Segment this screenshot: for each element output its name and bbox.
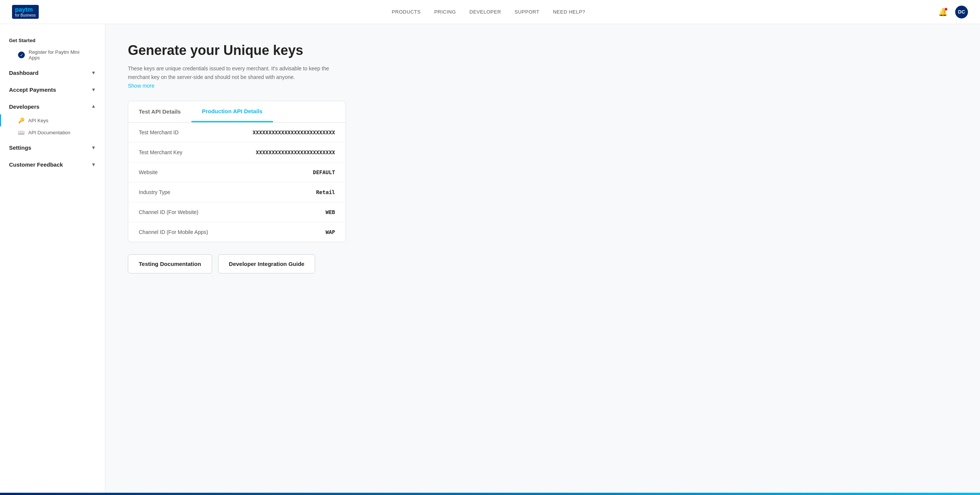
tab-production-api[interactable]: Production API Details [191, 101, 273, 122]
nav-links: PRODUCTS PRICING DEVELOPER SUPPORT NEED … [392, 9, 585, 15]
book-icon: 📖 [18, 129, 24, 135]
api-details-table: Test Merchant ID XXXXXXXXXXXXXXXXXXXXXXX… [128, 123, 345, 242]
table-row: Industry Type Retail [128, 182, 345, 202]
sidebar-accept-payments-label: Accept Payments [9, 86, 56, 93]
row-label-merchant-id: Test Merchant ID [128, 123, 226, 143]
page-title: Generate your Unique keys [128, 42, 958, 58]
developer-integration-guide-button[interactable]: Developer Integration Guide [218, 254, 315, 274]
testing-documentation-button[interactable]: Testing Documentation [128, 254, 212, 274]
sidebar-dashboard-header[interactable]: Dashboard ▼ [0, 65, 105, 81]
documentation-buttons: Testing Documentation Developer Integrat… [128, 254, 958, 274]
sidebar-settings-header[interactable]: Settings ▼ [0, 140, 105, 155]
nav-developer[interactable]: DEVELOPER [469, 9, 501, 15]
customer-feedback-chevron-icon: ▼ [91, 162, 96, 167]
sidebar-item-api-documentation[interactable]: 📖 API Documentation [0, 126, 105, 138]
page-description: These keys are unique credentials issued… [128, 64, 339, 81]
tab-bar: Test API Details Production API Details [128, 101, 345, 123]
sidebar-get-started-section: Get Started ✓ Register for Paytm Mini Ap… [0, 33, 105, 65]
sidebar-developers-section: Developers ▼ 🔑 API Keys 📖 API Documentat… [0, 99, 105, 138]
nav-need-help[interactable]: NEED HELP? [553, 9, 585, 15]
sidebar-api-keys-label: API Keys [28, 118, 48, 123]
row-value-industry-type: Retail [226, 182, 345, 202]
row-value-channel-website: WEB [226, 202, 345, 222]
main-content: Generate your Unique keys These keys are… [105, 24, 980, 495]
notification-dot [944, 8, 948, 11]
logo[interactable]: paytm for Business [12, 5, 39, 19]
sidebar-customer-feedback-label: Customer Feedback [9, 161, 63, 168]
table-row: Channel ID (For Mobile Apps) WAP [128, 222, 345, 242]
show-more-button[interactable]: Show more [128, 83, 154, 89]
accept-payments-chevron-icon: ▼ [91, 87, 96, 92]
table-row: Channel ID (For Website) WEB [128, 202, 345, 222]
sidebar-developers-label: Developers [9, 103, 40, 110]
notification-button[interactable]: 🔔 [938, 8, 948, 16]
user-avatar-button[interactable]: DC [955, 6, 968, 18]
tab-test-api[interactable]: Test API Details [128, 101, 191, 122]
row-value-channel-mobile: WAP [226, 222, 345, 242]
topnav-right: 🔔 DC [938, 6, 968, 18]
row-label-channel-website: Channel ID (For Website) [128, 202, 226, 222]
sidebar: Get Started ✓ Register for Paytm Mini Ap… [0, 24, 105, 495]
sidebar-accept-payments-header[interactable]: Accept Payments ▼ [0, 82, 105, 97]
api-details-card: Test API Details Production API Details … [128, 101, 346, 242]
table-row: Test Merchant ID XXXXXXXXXXXXXXXXXXXXXXX… [128, 123, 345, 143]
logo-text: paytm for Business [12, 5, 39, 19]
sidebar-dashboard-label: Dashboard [9, 70, 38, 76]
developers-chevron-icon: ▼ [91, 104, 96, 110]
top-navigation: paytm for Business PRODUCTS PRICING DEVE… [0, 0, 980, 24]
row-label-channel-mobile: Channel ID (For Mobile Apps) [128, 222, 226, 242]
sidebar-accept-payments-section: Accept Payments ▼ [0, 82, 105, 97]
sidebar-item-register[interactable]: ✓ Register for Paytm Mini Apps [9, 46, 96, 64]
nav-pricing[interactable]: PRICING [434, 9, 456, 15]
sidebar-developers-header[interactable]: Developers ▼ [0, 99, 105, 115]
row-label-merchant-key: Test Merchant Key [128, 142, 226, 162]
nav-support[interactable]: SUPPORT [514, 9, 539, 15]
key-icon: 🔑 [18, 117, 24, 123]
page-layout: Get Started ✓ Register for Paytm Mini Ap… [0, 24, 980, 495]
sidebar-api-documentation-label: API Documentation [28, 130, 70, 135]
check-circle-icon: ✓ [18, 51, 25, 58]
row-label-website: Website [128, 162, 226, 182]
sidebar-customer-feedback-header[interactable]: Customer Feedback ▼ [0, 157, 105, 172]
sidebar-developers-sub: 🔑 API Keys 📖 API Documentation [0, 115, 105, 138]
dashboard-chevron-icon: ▼ [91, 70, 96, 76]
bottom-bar [0, 493, 980, 495]
nav-products[interactable]: PRODUCTS [392, 9, 421, 15]
row-value-merchant-id: XXXXXXXXXXXXXXXXXXXXXXXXXX [226, 123, 345, 143]
sidebar-dashboard-section: Dashboard ▼ [0, 65, 105, 81]
table-row: Website DEFAULT [128, 162, 345, 182]
table-row: Test Merchant Key XXXXXXXXXXXXXXXXXXXXXX… [128, 142, 345, 162]
settings-chevron-icon: ▼ [91, 145, 96, 150]
row-label-industry-type: Industry Type [128, 182, 226, 202]
row-value-merchant-key: XXXXXXXXXXXXXXXXXXXXXXXXX [226, 142, 345, 162]
sidebar-register-label: Register for Paytm Mini Apps [29, 49, 87, 60]
row-value-website: DEFAULT [226, 162, 345, 182]
sidebar-customer-feedback-section: Customer Feedback ▼ [0, 157, 105, 172]
sidebar-item-api-keys[interactable]: 🔑 API Keys [0, 115, 105, 126]
sidebar-settings-section: Settings ▼ [0, 140, 105, 155]
logo-sub: for Business [15, 13, 36, 17]
sidebar-settings-label: Settings [9, 145, 31, 151]
logo-brand: paytm [15, 6, 36, 13]
sidebar-get-started-title: Get Started [9, 38, 96, 43]
